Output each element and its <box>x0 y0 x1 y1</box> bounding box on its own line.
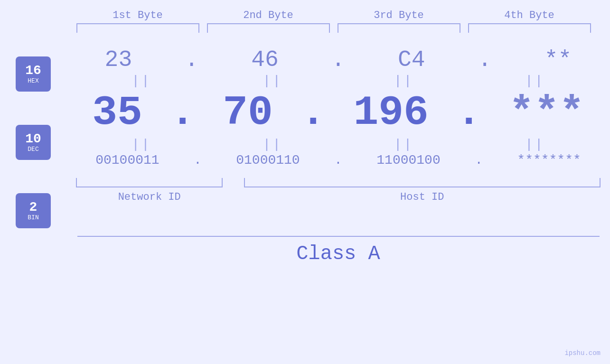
bin-badge: 2 BIN <box>16 193 51 228</box>
bin-badge-label: BIN <box>28 214 38 221</box>
hex-byte2: 46 <box>251 47 279 73</box>
eq1-byte1: || <box>82 74 201 88</box>
class-section: Class A <box>77 236 600 265</box>
id-labels-row: Network ID Host ID <box>76 191 601 203</box>
bin-badge-number: 2 <box>29 201 38 214</box>
dec-badge-number: 10 <box>25 132 41 146</box>
dot-hex-1: . <box>185 47 198 73</box>
eq1-byte3: || <box>345 74 463 88</box>
hex-byte3: C4 <box>398 47 425 73</box>
dot-bin-2: . <box>334 153 342 168</box>
dec-byte2: 70 <box>223 89 273 136</box>
main-container: 1st Byte 2nd Byte 3rd Byte 4th Byte 16 H… <box>0 0 610 364</box>
bracket-byte2 <box>207 23 330 33</box>
hex-byte1: 23 <box>105 47 132 73</box>
dec-badge: 10 DEC <box>16 125 51 160</box>
dot-dec-1: . <box>170 92 195 134</box>
dot-bin-1: . <box>194 153 202 168</box>
bytes-grid: 23 . 46 . C4 . ** || || || || 35 . 70 . <box>66 42 610 203</box>
watermark: ipshu.com <box>564 349 601 357</box>
hex-badge: 16 HEX <box>16 56 51 92</box>
equals-row-2: || || || || <box>66 137 610 152</box>
eq2-byte4: || <box>476 137 594 152</box>
dot-hex-3: . <box>478 47 492 73</box>
equals-row-1: || || || || <box>66 74 610 88</box>
bottom-section: Network ID Host ID <box>66 172 610 203</box>
bottom-brackets-row <box>76 178 601 187</box>
hex-row: 23 . 46 . C4 . ** <box>66 47 610 73</box>
bottom-bracket-network <box>76 178 223 187</box>
dec-byte4: *** <box>509 89 584 136</box>
bin-byte4: ******** <box>517 153 581 168</box>
byte4-header: 4th Byte <box>464 9 595 21</box>
eq2-byte3: || <box>345 137 463 152</box>
hex-badge-number: 16 <box>25 64 41 77</box>
bottom-bracket-host <box>244 178 601 187</box>
class-label: Class A <box>296 243 380 265</box>
hex-byte4: ** <box>544 47 572 73</box>
dec-row: 35 . 70 . 196 . *** <box>66 89 610 136</box>
eq1-byte2: || <box>213 74 332 88</box>
dec-byte3: 196 <box>353 89 428 136</box>
bracket-byte1 <box>76 23 199 33</box>
badges-column: 16 HEX 10 DEC 2 BIN <box>0 42 66 228</box>
host-id-label: Host ID <box>244 191 601 203</box>
hex-badge-label: HEX <box>28 77 38 84</box>
eq1-byte4: || <box>476 74 594 88</box>
top-brackets <box>73 23 595 33</box>
content-area: 16 HEX 10 DEC 2 BIN 23 . 46 . C4 . ** <box>0 42 610 228</box>
dot-dec-3: . <box>456 92 481 134</box>
byte1-header: 1st Byte <box>73 9 203 21</box>
bin-byte3: 11000100 <box>376 153 440 168</box>
eq2-byte1: || <box>82 137 201 152</box>
bin-byte2: 01000110 <box>236 153 300 168</box>
dot-hex-2: . <box>331 47 345 73</box>
dec-byte1: 35 <box>92 89 142 136</box>
byte3-header: 3rd Byte <box>334 9 464 21</box>
bin-row: 00100011 . 01000110 . 11000100 . *******… <box>66 153 610 168</box>
eq2-byte2: || <box>213 137 332 152</box>
dec-badge-label: DEC <box>28 146 38 153</box>
bin-byte1: 00100011 <box>95 153 159 168</box>
byte2-header: 2nd Byte <box>203 9 334 21</box>
bracket-byte3 <box>338 23 460 33</box>
dot-dec-2: . <box>300 92 326 134</box>
bracket-byte4 <box>468 23 591 33</box>
dot-bin-3: . <box>475 153 483 168</box>
network-id-label: Network ID <box>76 191 223 203</box>
